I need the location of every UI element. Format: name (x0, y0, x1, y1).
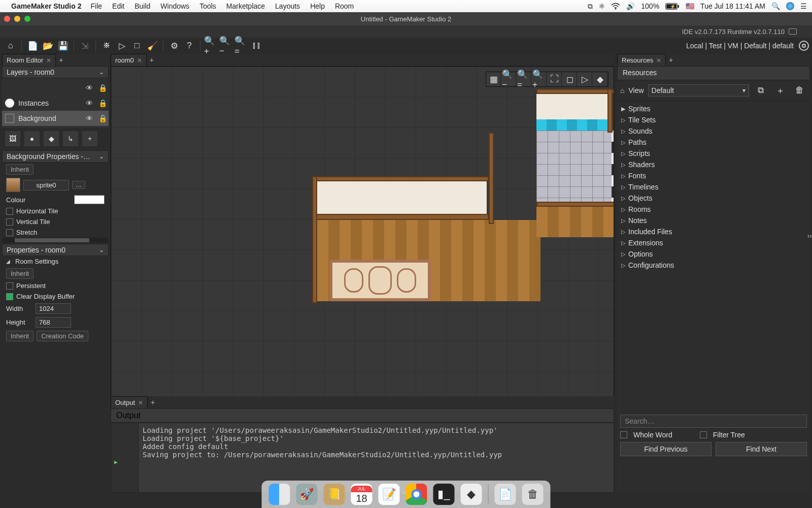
stretch-checkbox[interactable] (6, 229, 13, 236)
notifications-icon[interactable]: ☰ (800, 2, 807, 10)
docking-button[interactable]: ⫿⫿ (250, 39, 264, 53)
dock-launchpad[interactable]: 🚀 (296, 484, 318, 505)
new-view-button[interactable]: ＋ (773, 83, 787, 98)
tree-item-tilesets[interactable]: ▷Tile Sets (618, 114, 809, 125)
dock-document[interactable]: 📄 (495, 484, 516, 505)
tree-item-fonts[interactable]: ▷Fonts (618, 170, 809, 181)
app-name[interactable]: GameMaker Studio 2 (11, 2, 82, 10)
menu-tools[interactable]: Tools (194, 2, 221, 10)
tree-item-timelines[interactable]: ▷Timelines (618, 181, 809, 193)
home-button[interactable]: ⌂ (4, 39, 18, 53)
chevron-down-icon[interactable]: ⌄ (99, 246, 104, 253)
tree-item-sounds[interactable]: ▷Sounds (618, 125, 809, 137)
zoom-window-button[interactable] (24, 16, 30, 22)
grid-toggle-button[interactable]: ▦ (487, 72, 501, 86)
tree-item-rooms[interactable]: ▷Rooms (618, 204, 809, 215)
whole-word-checkbox[interactable] (620, 431, 627, 438)
import-button[interactable]: ⇲ (78, 39, 92, 53)
bluetooth-icon[interactable]: ✱ (599, 2, 605, 10)
clean-button[interactable]: 🧹 (145, 39, 159, 53)
zoom-reset-button[interactable]: 🔍= (234, 39, 249, 53)
close-icon[interactable]: ✕ (137, 57, 142, 64)
vtile-checkbox[interactable] (6, 218, 13, 226)
canvas-layers-button[interactable]: ◆ (593, 72, 607, 86)
zoom-in-button[interactable]: 🔍+ (204, 39, 218, 53)
spotlight-icon[interactable]: 🔍 (771, 2, 780, 10)
disclosure-triangle-icon[interactable]: ◢ (6, 259, 10, 264)
run-button[interactable]: ▷ (115, 39, 129, 53)
find-next-button[interactable]: Find Next (716, 442, 807, 456)
save-button[interactable]: 💾 (56, 39, 70, 53)
tree-item-sprites[interactable]: ▶Sprites (618, 103, 809, 114)
add-instance-layer-button[interactable]: ● (24, 131, 40, 146)
flag-icon[interactable]: 🇺🇸 (686, 2, 694, 10)
canvas-select-button[interactable]: ◻ (563, 72, 577, 86)
close-icon[interactable]: ✕ (656, 57, 661, 64)
menu-file[interactable]: File (86, 2, 108, 10)
add-folder-button[interactable]: ＋ (82, 131, 97, 146)
add-tile-layer-button[interactable]: ◆ (44, 131, 59, 146)
tree-item-objects[interactable]: ▷Objects (618, 193, 809, 204)
menu-marketplace[interactable]: Marketplace (221, 2, 270, 10)
height-field[interactable]: 768 (36, 317, 71, 328)
wifi-icon[interactable] (611, 3, 620, 10)
inherit-button[interactable]: Inherit (6, 268, 33, 279)
lock-icon[interactable]: 🔒 (98, 99, 106, 107)
view-select[interactable]: Default ▾ (648, 84, 749, 97)
dock-gamemaker[interactable]: ◆ (461, 484, 482, 505)
expand-handle-icon[interactable]: ▸ (114, 458, 118, 466)
open-button[interactable]: 📂 (41, 39, 55, 53)
add-tab-button[interactable]: + (148, 396, 158, 408)
tab-room-editor[interactable]: Room Editor ✕ (2, 54, 56, 66)
menu-windows[interactable]: Windows (155, 2, 194, 10)
debug-button[interactable]: ⛯ (99, 39, 114, 53)
minimize-window-button[interactable] (14, 16, 20, 22)
visibility-icon[interactable]: 👁 (84, 99, 94, 107)
tree-item-paths[interactable]: ▷Paths (618, 137, 809, 148)
tree-item-notes[interactable]: ▷Notes (618, 215, 809, 226)
dock-terminal[interactable]: ▮_ (433, 484, 455, 505)
canvas-zoom-out-button[interactable]: 🔍− (502, 72, 516, 86)
dock-trash[interactable]: 🗑 (522, 484, 544, 505)
close-icon[interactable]: ✕ (46, 57, 51, 64)
inherit-button[interactable]: Inherit (6, 164, 33, 175)
clock[interactable]: Tue Jul 18 11:41 AM (700, 2, 765, 10)
tree-item-shaders[interactable]: ▷Shaders (618, 159, 809, 170)
tree-item-extensions[interactable]: ▷Extensions (618, 237, 809, 248)
battery-icon[interactable]: ⚡ (665, 3, 680, 10)
htile-checkbox[interactable] (6, 208, 13, 215)
add-tab-button[interactable]: + (147, 54, 157, 66)
preferences-button[interactable]: ⚙ (167, 39, 181, 53)
layer-row-instances[interactable]: Instances 👁 🔒 (2, 96, 109, 111)
add-tab-button[interactable]: + (56, 54, 66, 66)
tree-item-scripts[interactable]: ▷Scripts (618, 148, 809, 159)
add-background-layer-button[interactable]: 🖼 (5, 131, 20, 146)
tree-item-included-files[interactable]: ▷Included Files (618, 226, 809, 237)
dock-calendar[interactable]: JUL18 (351, 484, 373, 505)
zoom-out-button[interactable]: 🔍− (219, 39, 233, 53)
add-tab-button[interactable]: + (666, 54, 676, 66)
find-previous-button[interactable]: Find Previous (620, 442, 712, 456)
scrollbar[interactable] (2, 238, 109, 243)
close-icon[interactable]: ✕ (138, 399, 143, 406)
new-button[interactable]: 📄 (25, 39, 40, 53)
target-manager-icon[interactable] (799, 41, 809, 51)
visibility-icon[interactable]: 👁 (84, 84, 94, 92)
filter-tree-checkbox[interactable] (700, 431, 707, 438)
inherit-button-2[interactable]: Inherit (6, 331, 33, 341)
width-field[interactable]: 1024 (36, 303, 71, 314)
canvas-play-button[interactable]: ▷ (578, 72, 592, 86)
visibility-icon[interactable]: 👁 (84, 114, 94, 122)
tab-room0[interactable]: room0 ✕ (111, 54, 147, 66)
tab-resources[interactable]: Resources ✕ (617, 54, 666, 66)
sprite-field[interactable]: sprite0 (23, 180, 69, 190)
colour-picker[interactable] (74, 195, 105, 204)
tree-item-configurations[interactable]: ▷Configurations (618, 260, 809, 271)
home-icon[interactable]: ⌂ (620, 86, 624, 94)
bgprops-header[interactable]: Background Properties -… ⌄ (2, 150, 109, 163)
menu-help[interactable]: Help (305, 2, 330, 10)
menu-room[interactable]: Room (330, 2, 359, 10)
add-path-layer-button[interactable]: ↳ (63, 131, 78, 146)
dock-expand-icon[interactable]: ›› (807, 232, 812, 240)
dock-notes[interactable]: 📝 (379, 484, 400, 505)
